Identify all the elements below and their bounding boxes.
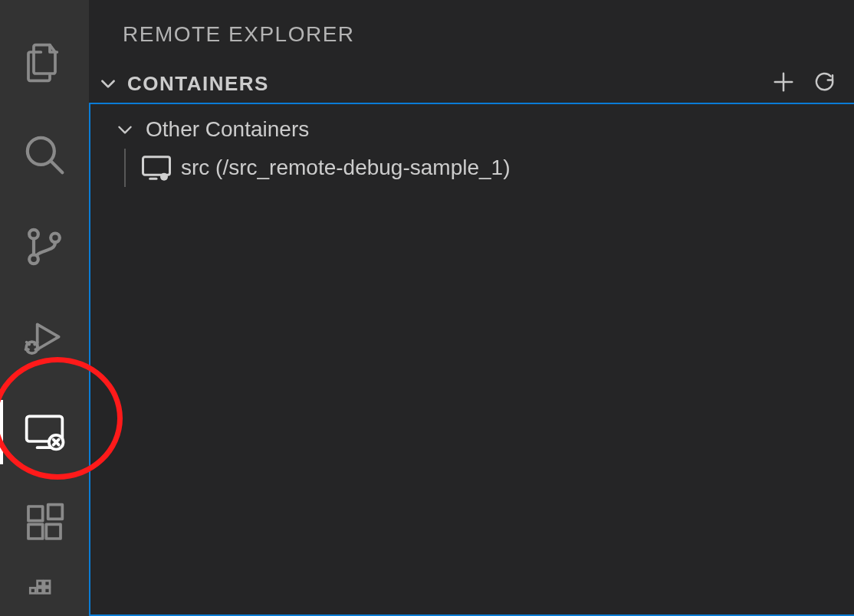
svg-line-7 bbox=[27, 342, 30, 345]
remote-explorer-icon bbox=[23, 409, 66, 455]
remote-explorer-panel: REMOTE EXPLORER CONTAINERS bbox=[89, 0, 854, 616]
activity-run-debug[interactable] bbox=[0, 294, 89, 386]
files-icon bbox=[23, 41, 66, 87]
tree-group-label: Other Containers bbox=[146, 117, 309, 142]
activity-search[interactable] bbox=[0, 110, 89, 202]
svg-rect-18 bbox=[30, 588, 35, 593]
container-running-icon bbox=[140, 152, 173, 183]
activity-more[interactable] bbox=[0, 570, 89, 616]
svg-rect-19 bbox=[38, 588, 43, 593]
activity-bar bbox=[0, 0, 89, 616]
svg-rect-15 bbox=[28, 524, 43, 539]
section-label: CONTAINERS bbox=[127, 72, 269, 96]
tree-item-container[interactable]: src (/src_remote-debug-sample_1) bbox=[90, 149, 854, 187]
activity-source-control[interactable] bbox=[0, 202, 89, 294]
add-button[interactable] bbox=[767, 67, 800, 100]
svg-point-0 bbox=[28, 138, 54, 165]
svg-rect-20 bbox=[44, 588, 50, 593]
svg-rect-16 bbox=[46, 524, 61, 539]
svg-line-8 bbox=[34, 342, 37, 345]
svg-rect-25 bbox=[143, 157, 170, 175]
plus-icon bbox=[772, 70, 795, 97]
refresh-button[interactable] bbox=[808, 67, 842, 100]
activity-extensions[interactable] bbox=[0, 478, 89, 570]
activity-remote-explorer[interactable] bbox=[0, 386, 89, 478]
section-header-containers[interactable]: CONTAINERS bbox=[89, 64, 854, 103]
svg-point-27 bbox=[160, 173, 168, 181]
extensions-icon bbox=[23, 501, 66, 547]
svg-rect-22 bbox=[44, 581, 50, 586]
branch-icon bbox=[23, 225, 66, 271]
tree-item-label: src (/src_remote-debug-sample_1) bbox=[181, 156, 511, 180]
svg-line-1 bbox=[51, 162, 62, 172]
svg-marker-5 bbox=[38, 324, 59, 349]
chevron-down-icon bbox=[97, 72, 120, 95]
docker-icon bbox=[23, 570, 66, 616]
search-icon bbox=[23, 133, 66, 179]
refresh-icon bbox=[813, 70, 836, 97]
tree-guide bbox=[124, 149, 126, 187]
svg-rect-21 bbox=[38, 581, 43, 586]
svg-rect-14 bbox=[28, 506, 43, 521]
svg-rect-17 bbox=[48, 505, 63, 519]
panel-title: REMOTE EXPLORER bbox=[89, 5, 854, 64]
activity-explorer[interactable] bbox=[0, 18, 89, 110]
run-debug-icon bbox=[23, 317, 66, 363]
containers-tree: Other Containers src (/src_remote-debug-… bbox=[89, 103, 854, 616]
tree-group-other-containers[interactable]: Other Containers bbox=[90, 110, 854, 149]
chevron-down-icon bbox=[113, 118, 136, 141]
